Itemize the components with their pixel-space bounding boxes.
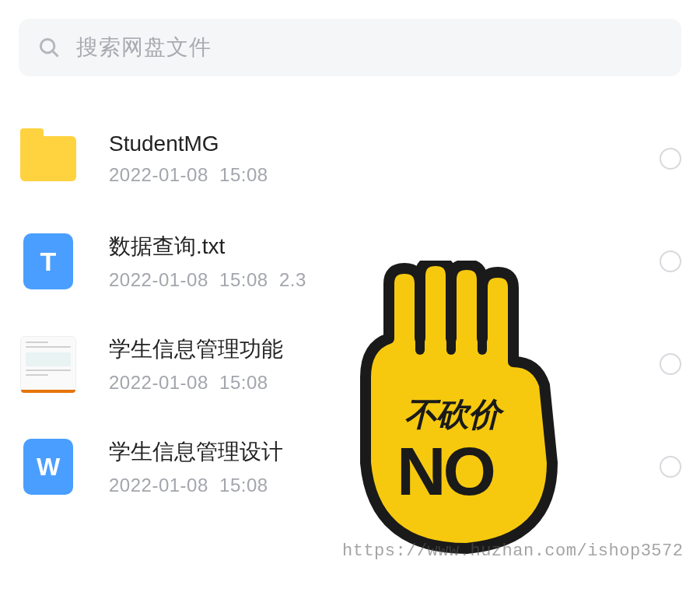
sticker-text-en: NO	[397, 432, 493, 511]
svg-line-1	[53, 51, 58, 56]
select-toggle[interactable]	[660, 353, 681, 375]
sticker-text-cn: 不砍价	[404, 393, 500, 436]
file-name: 数据查询.txt	[109, 232, 644, 261]
txt-file-icon: T	[19, 232, 78, 291]
word-file-icon: W	[19, 437, 78, 496]
folder-icon	[19, 129, 78, 188]
doc-thumbnail-icon	[19, 335, 78, 394]
file-subtitle: 2022-01-08 15:08	[109, 164, 644, 186]
search-icon	[37, 36, 61, 59]
list-item[interactable]: StudentMG 2022-01-08 15:08	[19, 107, 681, 210]
select-toggle[interactable]	[660, 250, 681, 272]
select-toggle[interactable]	[660, 456, 681, 478]
select-toggle[interactable]	[660, 148, 681, 170]
search-placeholder: 搜索网盘文件	[76, 33, 212, 62]
search-bar[interactable]: 搜索网盘文件	[19, 19, 681, 76]
watermark-text: https://www.huzhan.com/ishop3572	[342, 541, 683, 561]
file-name: StudentMG	[109, 131, 644, 156]
no-bargain-sticker: 不砍价 NO	[334, 261, 583, 556]
file-meta: StudentMG 2022-01-08 15:08	[109, 131, 644, 186]
